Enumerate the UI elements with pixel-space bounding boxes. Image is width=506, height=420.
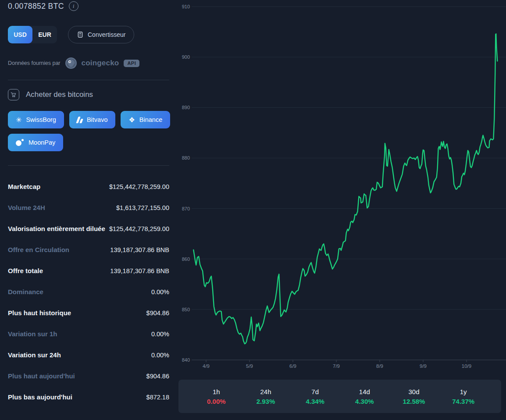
api-badge: API xyxy=(124,60,139,67)
buy-swissborg-button[interactable]: ✳SwissBorg xyxy=(8,111,64,128)
svg-text:10/9: 10/9 xyxy=(462,363,471,369)
stat-row-6: Plus haut historique$904.86 xyxy=(8,303,169,324)
perf-period-value: 4.34% xyxy=(306,398,324,405)
stat-value: 139,187,307.86 BNB xyxy=(110,266,169,276)
currency-usd-button[interactable]: USD xyxy=(8,26,32,43)
perf-30d: 30d12.58% xyxy=(389,380,439,413)
stat-value: $125,442,778,259.00 xyxy=(109,224,169,234)
stat-value: 0.00% xyxy=(151,329,169,339)
svg-text:5/9: 5/9 xyxy=(246,363,253,369)
coingecko-icon xyxy=(65,57,77,69)
perf-period-label: 1y xyxy=(460,388,467,395)
perf-1h: 1h0.00% xyxy=(192,380,241,413)
buy-binance-button[interactable]: ❖Binance xyxy=(121,111,170,128)
moonpay-icon xyxy=(16,139,24,146)
stat-value: 139,187,307.86 BNB xyxy=(110,245,169,255)
calculator-icon xyxy=(77,31,84,38)
cart-icon xyxy=(8,89,19,100)
stat-row-7: Variation sur 1h0.00% xyxy=(8,324,169,345)
perf-14d: 14d4.30% xyxy=(340,380,389,413)
coingecko-brand[interactable]: coingecko xyxy=(82,59,119,68)
currency-eur-button[interactable]: EUR xyxy=(32,26,57,43)
provider-label: Bitvavo xyxy=(87,116,108,123)
buy-section-title: Acheter des bitcoins xyxy=(26,90,93,99)
stat-value: $872.18 xyxy=(146,392,169,402)
info-icon[interactable]: i xyxy=(69,1,78,11)
stat-value: 0.00% xyxy=(151,287,169,297)
perf-period-value: 12.58% xyxy=(403,398,425,405)
perf-period-value: 4.30% xyxy=(355,398,374,405)
price-chart-svg[interactable]: 9109008908808708608508404/95/96/97/98/99… xyxy=(178,0,506,372)
perf-period-label: 7d xyxy=(311,388,319,395)
converter-button[interactable]: Convertisseur xyxy=(68,26,134,43)
svg-text:900: 900 xyxy=(182,54,190,60)
btc-conversion-row: 0.0078852 BTC i xyxy=(8,1,78,11)
chart-section: 9109008908808708608508404/95/96/97/98/99… xyxy=(178,0,506,420)
stat-value: $904.86 xyxy=(146,308,169,318)
buy-bitvavo-button[interactable]: Bitvavo xyxy=(69,111,116,128)
buy-section-header: Acheter des bitcoins xyxy=(8,89,93,100)
currency-toggle: USDEUR xyxy=(8,26,57,43)
stat-label: Plus bas aujourd'hui xyxy=(8,392,72,402)
btc-conversion-value: 0.0078852 BTC xyxy=(8,2,64,11)
binance-icon: ❖ xyxy=(128,116,135,124)
stat-label: Valorisation entièrement diluée xyxy=(8,224,105,234)
stat-value: $125,442,778,259.00 xyxy=(109,182,169,192)
perf-7d: 7d4.34% xyxy=(290,380,340,413)
perf-period-value: 74.37% xyxy=(452,398,474,405)
stat-row-4: Offre totale139,187,307.86 BNB xyxy=(8,260,169,281)
buy-moonpay-button[interactable]: MoonPay xyxy=(8,134,63,151)
perf-24h: 24h2.93% xyxy=(241,380,291,413)
stat-value: 0.00% xyxy=(151,350,169,360)
swissborg-icon: ✳ xyxy=(16,116,21,124)
stats-list: Marketcap$125,442,778,259.00Volume 24H$1… xyxy=(8,176,169,408)
svg-text:6/9: 6/9 xyxy=(289,363,296,369)
data-provider-row: Données fournies par coingecko API xyxy=(8,57,139,69)
buy-buttons: ✳SwissBorgBitvavo❖BinanceMoonPay xyxy=(8,111,174,151)
stat-row-10: Plus bas aujourd'hui$872.18 xyxy=(8,387,169,408)
stat-value: $904.86 xyxy=(146,371,169,381)
stat-value: $1,613,727,155.00 xyxy=(116,203,169,213)
stat-row-8: Variation sur 24h0.00% xyxy=(8,345,169,366)
stat-label: Offre en Circulation xyxy=(8,245,69,255)
data-provider-text: Données fournies par xyxy=(8,60,61,66)
provider-label: Binance xyxy=(139,116,162,123)
svg-text:860: 860 xyxy=(182,256,190,262)
stat-row-5: Dominance0.00% xyxy=(8,281,169,303)
svg-text:890: 890 xyxy=(182,105,190,110)
stat-label: Marketcap xyxy=(8,182,40,192)
stat-label: Variation sur 1h xyxy=(8,329,57,339)
stat-label: Plus haut historique xyxy=(8,308,71,318)
svg-text:4/9: 4/9 xyxy=(203,363,210,369)
sidebar: 0.0078852 BTC i USDEUR Convertisseur Don… xyxy=(8,0,169,420)
divider xyxy=(8,80,169,80)
svg-text:7/9: 7/9 xyxy=(333,363,340,369)
stat-label: Variation sur 24h xyxy=(8,350,61,360)
perf-period-label: 30d xyxy=(409,388,420,395)
provider-label: SwissBorg xyxy=(26,116,56,123)
svg-text:880: 880 xyxy=(182,155,190,160)
stat-label: Dominance xyxy=(8,287,43,297)
perf-period-label: 14d xyxy=(359,388,370,395)
stat-row-0: Marketcap$125,442,778,259.00 xyxy=(8,176,169,197)
svg-text:870: 870 xyxy=(182,206,190,211)
svg-text:9/9: 9/9 xyxy=(420,363,427,369)
svg-text:8/9: 8/9 xyxy=(376,363,383,369)
provider-label: MoonPay xyxy=(29,139,55,146)
stat-row-9: Plus haut aujourd'hui$904.86 xyxy=(8,366,169,387)
divider xyxy=(8,165,169,166)
controls-row: USDEUR Convertisseur xyxy=(8,26,134,43)
svg-text:850: 850 xyxy=(182,307,190,312)
performance-panel: 1h0.00%24h2.93%7d4.34%14d4.30%30d12.58%1… xyxy=(178,380,501,413)
svg-text:840: 840 xyxy=(182,357,190,363)
perf-period-value: 0.00% xyxy=(207,398,226,405)
perf-period-label: 24h xyxy=(260,388,271,395)
stat-row-3: Offre en Circulation139,187,307.86 BNB xyxy=(8,239,169,260)
perf-1y: 1y74.37% xyxy=(438,380,488,413)
stat-label: Volume 24H xyxy=(8,203,45,213)
stat-label: Plus haut aujourd'hui xyxy=(8,371,75,381)
perf-period-label: 1h xyxy=(213,388,220,395)
svg-text:910: 910 xyxy=(182,4,190,9)
stat-label: Offre totale xyxy=(8,266,43,276)
stat-row-1: Volume 24H$1,613,727,155.00 xyxy=(8,197,169,218)
